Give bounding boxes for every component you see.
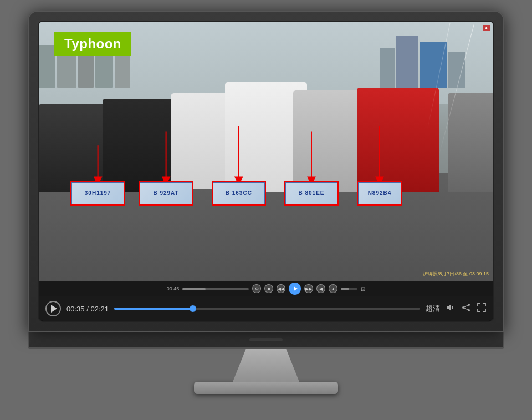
progress-handle[interactable] — [190, 305, 196, 312]
svg-line-11 — [464, 308, 468, 310]
controls-bar: 00:35 / 02:21 超清 — [39, 296, 493, 321]
license-plate-1: 30H1197 — [70, 181, 125, 206]
svg-point-8 — [468, 309, 470, 311]
monitor-chin — [28, 332, 504, 349]
inner-controls-bar[interactable]: 00:45 ⚙ ■ ◀◀ ▶▶ ◀ ▲ — [39, 281, 493, 296]
monitor-body: Typhoon ● — [28, 11, 504, 332]
license-plate-4: B 801EE — [284, 181, 339, 206]
car-dark-sedan — [103, 99, 180, 192]
license-plate-2: B 929AT — [139, 181, 193, 206]
inner-volume-btn[interactable]: ◀ — [316, 284, 325, 293]
license-plate-5: N892B4 — [357, 181, 402, 206]
monitor-chin-dot — [249, 338, 283, 341]
corner-badge: ● — [483, 25, 490, 31]
plate-text-5: N892B4 — [358, 182, 401, 205]
monitor-stand-top — [233, 349, 299, 382]
fullscreen-icon[interactable] — [477, 303, 487, 315]
share-icon[interactable] — [461, 303, 471, 315]
inner-vol-bar[interactable] — [341, 288, 357, 290]
inner-stop-btn[interactable]: ■ — [264, 284, 273, 293]
inner-settings-btn[interactable]: ⚙ — [252, 284, 261, 293]
plate-text-1: 30H1197 — [71, 182, 124, 205]
svg-marker-6 — [447, 304, 451, 311]
inner-vol-up-btn[interactable]: ▲ — [329, 284, 337, 293]
buildings-right — [380, 27, 493, 88]
video-container: Typhoon ● — [39, 22, 493, 321]
svg-point-7 — [468, 304, 470, 306]
svg-point-9 — [462, 306, 464, 309]
progress-fill — [114, 308, 194, 310]
timestamp-overlay: 沪牌照/8月7日/86 至:03:09:15 — [423, 270, 489, 278]
scene-background: Typhoon ● — [39, 22, 493, 296]
plate-text-4: B 801EE — [285, 182, 337, 205]
svg-line-10 — [464, 305, 468, 307]
inner-page-icon[interactable]: ⊡ — [361, 286, 365, 292]
car-red — [357, 88, 439, 192]
inner-time-display: 00:45 — [167, 286, 180, 291]
progress-bar[interactable] — [114, 308, 420, 310]
monitor-bezel: Typhoon ● — [38, 21, 494, 322]
inner-play-btn[interactable] — [289, 283, 301, 295]
inner-forward-btn[interactable]: ▶▶ — [304, 284, 313, 293]
video-area[interactable]: Typhoon ● — [39, 22, 493, 296]
volume-icon[interactable] — [446, 303, 456, 315]
license-plate-3: B 163CC — [212, 181, 266, 206]
quality-badge[interactable]: 超清 — [426, 304, 440, 314]
car-partial-right — [448, 93, 493, 192]
inner-rewind-btn[interactable]: ◀◀ — [277, 284, 285, 293]
time-display: 00:35 / 02:21 — [66, 305, 109, 313]
inner-progress-fill — [182, 288, 206, 290]
plate-text-2: B 929AT — [140, 182, 192, 205]
inner-progress-bar[interactable] — [182, 288, 249, 290]
typhoon-label: Typhoon — [54, 32, 131, 56]
car-silver — [293, 90, 366, 192]
plate-text-3: B 163CC — [213, 182, 265, 205]
monitor-wrapper: Typhoon ● — [28, 11, 504, 409]
monitor-stand-base — [194, 382, 338, 394]
play-button[interactable] — [45, 301, 61, 316]
